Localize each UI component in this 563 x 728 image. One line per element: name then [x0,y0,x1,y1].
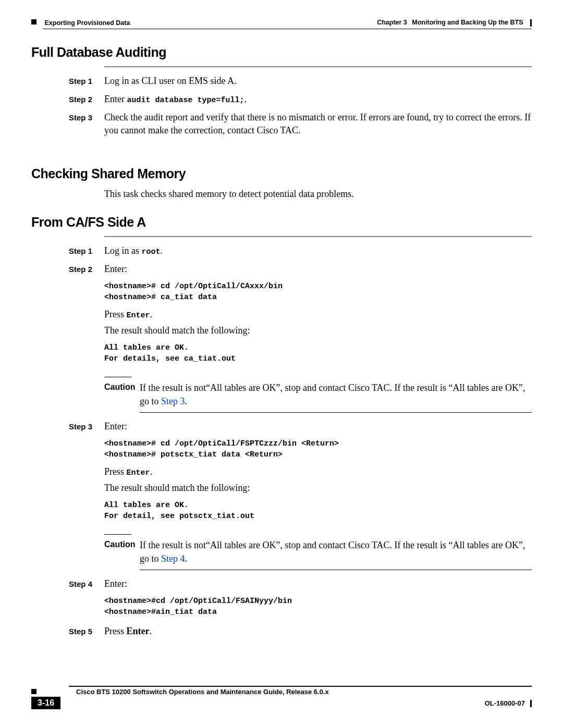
step-text: Enter: [104,577,532,590]
step-row: Step 2 Enter audit database type=full;. [69,93,532,109]
step-text: Press Enter. [104,465,532,478]
heading-full-database-auditing: Full Database Auditing [31,45,532,60]
step-label: Step 3 [69,111,104,140]
code-block: <hostname>#cd /opt/OptiCall/FSAINyyy/bin… [104,596,532,618]
step-label: Step 2 [69,93,104,109]
step-body: Enter: <hostname>#cd /opt/OptiCall/FSAIN… [104,577,532,623]
footer-tick-icon [530,700,532,707]
text-fragment: . [150,626,152,636]
step-label: Step 1 [69,244,104,261]
step-body: Enter: <hostname># cd /opt/OptiCall/CAxx… [104,263,532,370]
step-text: Check the audit report and verify that t… [104,111,532,137]
caution-label: Caution [104,539,140,565]
text-fragment: . [150,466,153,477]
header-rule [43,29,532,29]
text-fragment: . [185,553,188,564]
caution-text: If the result is not“All tables are OK”,… [140,539,532,565]
step-row: Step 2 Enter: <hostname># cd /opt/OptiCa… [69,263,532,370]
caution-block: Caution If the result is not“All tables … [104,534,532,570]
page-footer: Cisco BTS 10200 Softswitch Operations an… [31,686,532,709]
step-row: Step 4 Enter: <hostname>#cd /opt/OptiCal… [69,577,532,623]
footer-doc-id: OL-16000-07 [485,699,525,707]
header-chapter-title: Monitoring and Backing Up the BTS [412,19,523,26]
caution-bottom-rule [140,570,532,570]
step-row: Step 3 Check the audit report and verify… [69,111,532,140]
step-text: The result should match the following: [104,482,532,495]
step-row: Step 1 Log in as root. [69,244,532,261]
step-label: Step 4 [69,577,104,623]
header-chapter-label: Chapter 3 [377,19,407,26]
caution-label: Caution [104,381,140,408]
inline-code: audit database type=full; [127,96,244,105]
header-square-icon [31,19,36,24]
inline-code: Enter [127,468,150,477]
step-text: The result should match the following: [104,324,532,337]
caution-text: If the result is not“All tables are OK”,… [140,381,532,408]
footer-doc-title: Cisco BTS 10200 Softswitch Operations an… [76,688,532,696]
step-body: Press Enter. [104,625,532,641]
intro-paragraph: This task checks shared memory to detect… [104,188,532,201]
text-fragment: . [150,309,153,319]
inline-code: Enter [127,311,150,320]
code-block: <hostname># cd /opt/OptiCall/FSPTCzzz/bi… [104,438,532,460]
inline-code: root [142,248,161,256]
caution-block: Caution If the result is not“All tables … [104,377,532,412]
step-row: Step 1 Log in as CLI user on EMS side A. [69,75,532,91]
link-step-3[interactable]: Step 3 [161,396,185,406]
heading-from-cafs-side-a: From CA/FS Side A [31,215,532,230]
page-number: 3-16 [31,697,60,709]
header-tick-icon [530,19,532,27]
step-text: Enter: [104,263,532,276]
step-text: Enter audit database type=full;. [104,93,532,106]
step-text: Log in as root. [104,244,532,257]
step-label: Step 2 [69,263,104,370]
footer-square-icon [31,689,36,694]
step-label: Step 3 [69,420,104,527]
text-fragment: Enter [104,94,127,104]
text-fragment: If the result is not“All tables are OK”,… [140,540,525,563]
step-label: Step 1 [69,75,104,91]
section-rule [104,66,532,67]
caution-top-rule [104,534,131,535]
step-text: Press Enter. [104,308,532,321]
code-block: <hostname># cd /opt/OptiCall/CAxxx/bin <… [104,281,532,303]
step-body: Log in as root. [104,244,532,261]
step-text: Enter: [104,420,532,433]
text-fragment: Log in as [104,245,142,256]
link-step-4[interactable]: Step 4 [161,553,185,564]
text-fragment: Press [104,309,127,319]
step-label: Step 5 [69,625,104,641]
text-fragment: . [244,94,247,104]
step-row: Step 3 Enter: <hostname># cd /opt/OptiCa… [69,420,532,527]
step-body: Enter audit database type=full;. [104,93,532,109]
caution-bottom-rule [140,412,532,413]
text-fragment: Press [104,466,127,477]
code-block: All tables are OK. For details, see ca_t… [104,342,532,364]
step-text: Press Enter. [104,625,532,638]
footer-rule [69,686,532,687]
heading-checking-shared-memory: Checking Shared Memory [31,166,532,181]
text-fragment: . [161,245,163,256]
text-fragment: Press [104,626,127,636]
code-block: All tables are OK. For detail, see potsc… [104,500,532,522]
text-fragment: . [185,396,188,406]
section-rule [104,236,532,237]
header-section-name: Exporting Provisioned Data [44,19,130,27]
text-fragment: If the result is not“All tables are OK”,… [140,382,525,406]
running-header: Exporting Provisioned Data Chapter 3 Mon… [31,19,532,27]
caution-top-rule [104,377,131,377]
step-row: Step 5 Press Enter. [69,625,532,641]
step-text: Log in as CLI user on EMS side A. [104,75,532,88]
step-body: Log in as CLI user on EMS side A. [104,75,532,91]
bold-text: Enter [127,626,150,636]
step-body: Check the audit report and verify that t… [104,111,532,140]
step-body: Enter: <hostname># cd /opt/OptiCall/FSPT… [104,420,532,527]
